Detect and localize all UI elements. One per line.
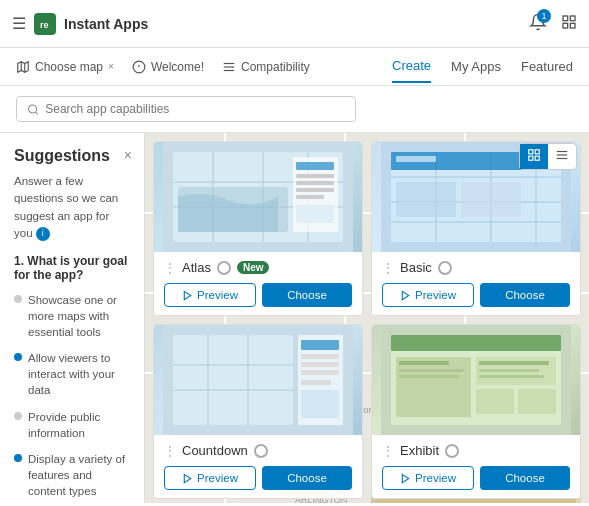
svg-point-15	[29, 104, 37, 112]
svg-rect-37	[529, 156, 533, 160]
option-dot-1	[14, 353, 22, 361]
cards-grid: ⋮ Atlas New Preview Choose	[153, 141, 581, 499]
app-title: Instant Apps	[64, 16, 148, 32]
drag-handle-countdown[interactable]: ⋮	[164, 444, 176, 458]
exhibit-name: Exhibit	[400, 443, 439, 458]
svg-rect-88	[391, 335, 561, 351]
tab-create[interactable]: Create	[392, 50, 431, 83]
search-bar-row	[0, 86, 589, 133]
card-exhibit-footer: ⋮ Exhibit Preview Choose	[372, 435, 580, 498]
option-dot-0	[14, 295, 22, 303]
basic-radio[interactable]	[438, 261, 452, 275]
header: ☰ re Instant Apps 1	[0, 0, 589, 48]
choose-map-close[interactable]: ×	[108, 61, 114, 72]
svg-rect-98	[479, 375, 544, 378]
sidebar-option-3[interactable]: Display a variety of features and conten…	[14, 451, 130, 499]
card-exhibit: ⋮ Exhibit Preview Choose	[371, 324, 581, 499]
content-area: Damascus Germantown HOWARD Maryland City…	[145, 133, 589, 503]
exhibit-preview-button[interactable]: Preview	[382, 466, 474, 490]
top-nav: Choose map × Welcome! Compatibility Crea…	[0, 48, 589, 86]
choose-map-label: Choose map	[35, 60, 103, 74]
svg-rect-69	[396, 182, 456, 217]
option-text-0: Showcase one or more maps with essential…	[28, 292, 130, 340]
app-logo: re	[34, 13, 56, 35]
svg-rect-91	[476, 389, 514, 414]
compatibility-label: Compatibility	[241, 60, 310, 74]
svg-rect-5	[570, 23, 575, 28]
menu-icon[interactable]: ☰	[12, 14, 26, 33]
header-right: 1	[529, 13, 577, 34]
card-countdown-thumbnail	[154, 325, 362, 435]
card-countdown: ⋮ Countdown Preview Choose	[153, 324, 363, 499]
countdown-choose-button[interactable]: Choose	[262, 466, 352, 490]
card-atlas-footer: ⋮ Atlas New Preview Choose	[154, 252, 362, 315]
svg-rect-97	[479, 369, 539, 372]
sidebar-option-1[interactable]: Allow viewers to interact with your data	[14, 350, 130, 398]
svg-rect-75	[301, 340, 339, 350]
svg-text:re: re	[40, 20, 49, 30]
sidebar: × Suggestions Answer a few questions so …	[0, 133, 145, 503]
card-atlas: ⋮ Atlas New Preview Choose	[153, 141, 363, 316]
grid-icon[interactable]	[561, 14, 577, 34]
notification-badge: 1	[537, 9, 551, 23]
sidebar-title: Suggestions	[14, 147, 130, 165]
svg-marker-6	[18, 61, 29, 72]
countdown-radio[interactable]	[254, 444, 268, 458]
svg-rect-55	[296, 205, 334, 223]
sidebar-close-button[interactable]: ×	[124, 147, 132, 163]
search-icon	[27, 103, 39, 116]
basic-name: Basic	[400, 260, 432, 275]
svg-rect-79	[301, 380, 331, 385]
svg-rect-89	[396, 357, 471, 417]
drag-handle-exhibit[interactable]: ⋮	[382, 444, 394, 458]
card-countdown-actions: Preview Choose	[164, 466, 352, 490]
card-atlas-title-row: ⋮ Atlas New	[164, 260, 352, 275]
atlas-radio[interactable]	[217, 261, 231, 275]
sidebar-description: Answer a few questions so we can suggest…	[14, 173, 130, 242]
svg-rect-50	[296, 162, 334, 170]
card-countdown-title-row: ⋮ Countdown	[164, 443, 352, 458]
svg-rect-73	[173, 335, 293, 425]
list-view-button[interactable]	[548, 144, 576, 169]
atlas-choose-button[interactable]: Choose	[262, 283, 352, 307]
exhibit-choose-button[interactable]: Choose	[480, 466, 570, 490]
option-dot-2	[14, 412, 22, 420]
basic-choose-button[interactable]: Choose	[480, 283, 570, 307]
option-dot-3	[14, 454, 22, 462]
svg-rect-76	[301, 354, 339, 359]
svg-rect-95	[399, 375, 459, 378]
top-nav-tabs: Create My Apps Featured	[392, 50, 573, 83]
compatibility-nav-item[interactable]: Compatibility	[222, 60, 310, 74]
svg-rect-92	[518, 389, 556, 414]
svg-rect-67	[396, 156, 436, 162]
card-basic-actions: Preview Choose	[382, 283, 570, 307]
info-icon[interactable]: i	[36, 227, 50, 241]
choose-map-nav-item[interactable]: Choose map ×	[16, 60, 114, 74]
top-nav-items: Choose map × Welcome! Compatibility	[16, 60, 392, 74]
atlas-preview-button[interactable]: Preview	[164, 283, 256, 307]
svg-rect-35	[529, 150, 533, 154]
sidebar-option-0[interactable]: Showcase one or more maps with essential…	[14, 292, 130, 340]
search-input[interactable]	[45, 102, 345, 116]
exhibit-radio[interactable]	[445, 444, 459, 458]
svg-rect-93	[399, 361, 449, 365]
svg-rect-78	[301, 370, 339, 375]
option-text-3: Display a variety of features and conten…	[28, 451, 130, 499]
welcome-nav-item[interactable]: Welcome!	[132, 60, 204, 74]
grid-view-button[interactable]	[520, 144, 548, 169]
basic-preview-button[interactable]: Preview	[382, 283, 474, 307]
tab-my-apps[interactable]: My Apps	[451, 51, 501, 82]
sidebar-option-2[interactable]: Provide public information	[14, 409, 130, 441]
drag-handle-basic[interactable]: ⋮	[382, 261, 394, 275]
notification-icon[interactable]: 1	[529, 13, 547, 34]
drag-handle-atlas[interactable]: ⋮	[164, 261, 176, 275]
tab-featured[interactable]: Featured	[521, 51, 573, 82]
svg-rect-51	[296, 174, 334, 178]
atlas-name: Atlas	[182, 260, 211, 275]
svg-marker-85	[184, 474, 190, 482]
svg-rect-77	[301, 362, 339, 367]
svg-rect-80	[301, 390, 339, 418]
svg-rect-52	[296, 181, 334, 185]
card-atlas-actions: Preview Choose	[164, 283, 352, 307]
countdown-preview-button[interactable]: Preview	[164, 466, 256, 490]
